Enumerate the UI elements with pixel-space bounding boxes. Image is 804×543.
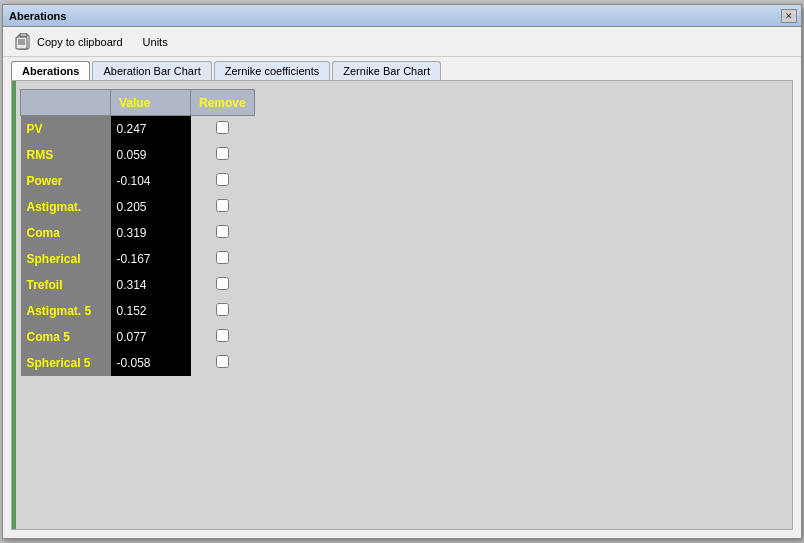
row-value: -0.058 — [111, 350, 191, 376]
row-remove-cell — [191, 168, 255, 194]
aberations-table: Value Remove PV0.247RMS0.059Power-0.104A… — [20, 89, 255, 376]
remove-checkbox[interactable] — [216, 329, 229, 342]
table-row: Power-0.104 — [21, 168, 255, 194]
remove-checkbox[interactable] — [216, 199, 229, 212]
row-label: PV — [21, 116, 111, 142]
row-label: Coma — [21, 220, 111, 246]
left-accent-bar — [12, 81, 16, 529]
toolbar: Copy to clipboard Units — [3, 27, 801, 57]
table-row: Coma0.319 — [21, 220, 255, 246]
close-button[interactable]: ✕ — [781, 9, 797, 23]
row-value: 0.205 — [111, 194, 191, 220]
row-label: Power — [21, 168, 111, 194]
row-label: Coma 5 — [21, 324, 111, 350]
main-window: Aberations ✕ Copy to clipboard Units Abe… — [2, 4, 802, 539]
row-label: Astigmat. — [21, 194, 111, 220]
row-value: 0.319 — [111, 220, 191, 246]
tab-zernike-bar-chart[interactable]: Zernike Bar Chart — [332, 61, 441, 80]
table-row: Spherical 5-0.058 — [21, 350, 255, 376]
row-value: 0.314 — [111, 272, 191, 298]
remove-checkbox[interactable] — [216, 225, 229, 238]
row-label: Spherical 5 — [21, 350, 111, 376]
table-row: Coma 50.077 — [21, 324, 255, 350]
row-remove-cell — [191, 194, 255, 220]
clipboard-icon — [15, 33, 33, 51]
table-row: RMS0.059 — [21, 142, 255, 168]
row-remove-cell — [191, 246, 255, 272]
remove-checkbox[interactable] — [216, 173, 229, 186]
table-row: Astigmat.0.205 — [21, 194, 255, 220]
header-remove: Remove — [191, 90, 255, 116]
row-label: RMS — [21, 142, 111, 168]
svg-rect-1 — [20, 33, 27, 37]
row-label: Spherical — [21, 246, 111, 272]
row-remove-cell — [191, 298, 255, 324]
remove-checkbox[interactable] — [216, 303, 229, 316]
tab-aberation-bar-chart[interactable]: Aberation Bar Chart — [92, 61, 211, 80]
row-value: 0.077 — [111, 324, 191, 350]
row-value: 0.059 — [111, 142, 191, 168]
tab-aberations[interactable]: Aberations — [11, 61, 90, 80]
table-row: Spherical-0.167 — [21, 246, 255, 272]
header-value: Value — [111, 90, 191, 116]
row-label: Astigmat. 5 — [21, 298, 111, 324]
title-bar: Aberations ✕ — [3, 5, 801, 27]
content-area: Value Remove PV0.247RMS0.059Power-0.104A… — [11, 80, 793, 530]
row-value: 0.247 — [111, 116, 191, 142]
tabs-bar: Aberations Aberation Bar Chart Zernike c… — [3, 57, 801, 80]
table-row: Trefoil0.314 — [21, 272, 255, 298]
remove-checkbox[interactable] — [216, 147, 229, 160]
row-remove-cell — [191, 116, 255, 142]
row-remove-cell — [191, 272, 255, 298]
table-row: Astigmat. 50.152 — [21, 298, 255, 324]
row-value: -0.104 — [111, 168, 191, 194]
header-label — [21, 90, 111, 116]
row-remove-cell — [191, 220, 255, 246]
row-value: -0.167 — [111, 246, 191, 272]
remove-checkbox[interactable] — [216, 277, 229, 290]
window-title: Aberations — [7, 10, 66, 22]
row-remove-cell — [191, 350, 255, 376]
row-remove-cell — [191, 142, 255, 168]
copy-label: Copy to clipboard — [37, 36, 123, 48]
row-label: Trefoil — [21, 272, 111, 298]
remove-checkbox[interactable] — [216, 251, 229, 264]
remove-checkbox[interactable] — [216, 355, 229, 368]
units-button[interactable]: Units — [143, 36, 168, 48]
remove-checkbox[interactable] — [216, 121, 229, 134]
row-value: 0.152 — [111, 298, 191, 324]
row-remove-cell — [191, 324, 255, 350]
tab-zernike-coefficients[interactable]: Zernike coefficients — [214, 61, 331, 80]
table-row: PV0.247 — [21, 116, 255, 142]
svg-rect-2 — [16, 37, 27, 49]
copy-to-clipboard-button[interactable]: Copy to clipboard — [11, 31, 127, 53]
